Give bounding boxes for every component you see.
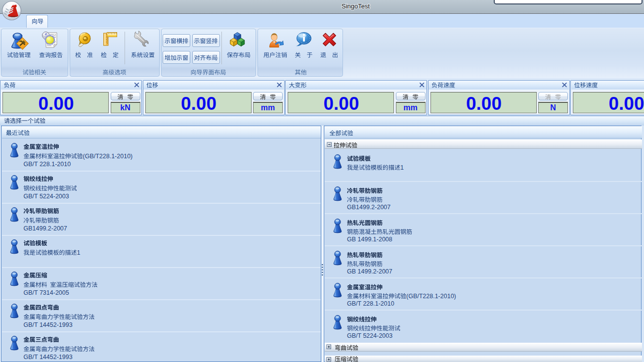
svg-text:(GB/T228.1-2010): (GB/T228.1-2010): [83, 153, 133, 160]
svg-text:mm: mm: [261, 103, 275, 112]
svg-text:GB 1499.2-2007: GB 1499.2-2007: [347, 268, 392, 275]
svg-text:(GB/T228.1-2010): (GB/T228.1-2010): [406, 293, 456, 300]
svg-text:mm: mm: [403, 103, 417, 112]
svg-text:GB1499.2-2007: GB1499.2-2007: [347, 204, 390, 211]
svg-text:0.00: 0.00: [181, 93, 216, 114]
svg-text:SingoTest: SingoTest: [342, 2, 370, 10]
svg-text:GB1499.2-2007: GB1499.2-2007: [24, 225, 67, 232]
svg-text:1: 1: [77, 249, 81, 256]
svg-text:GB/T 228.1-2010: GB/T 228.1-2010: [24, 161, 71, 168]
svg-text:GB/T 228.1-2010: GB/T 228.1-2010: [347, 300, 394, 307]
svg-text:0.00: 0.00: [39, 93, 74, 114]
svg-text:0.00: 0.00: [609, 93, 644, 114]
svg-text:GB/T 14452-1993: GB/T 14452-1993: [24, 354, 73, 361]
svg-text:GB/T 14452-1993: GB/T 14452-1993: [24, 321, 73, 328]
svg-text:0.00: 0.00: [324, 93, 359, 114]
svg-text:kN: kN: [120, 103, 130, 112]
svg-text:GB/T 5224-2003: GB/T 5224-2003: [24, 193, 69, 200]
svg-text:1: 1: [400, 164, 404, 171]
svg-text:0.00: 0.00: [466, 93, 502, 114]
svg-text:GB 1499.1-2008: GB 1499.1-2008: [347, 236, 392, 243]
svg-text:N: N: [550, 103, 556, 112]
svg-text:GB/T 5224-2003: GB/T 5224-2003: [347, 332, 392, 339]
svg-text:GB/T 7314-2005: GB/T 7314-2005: [24, 289, 69, 296]
